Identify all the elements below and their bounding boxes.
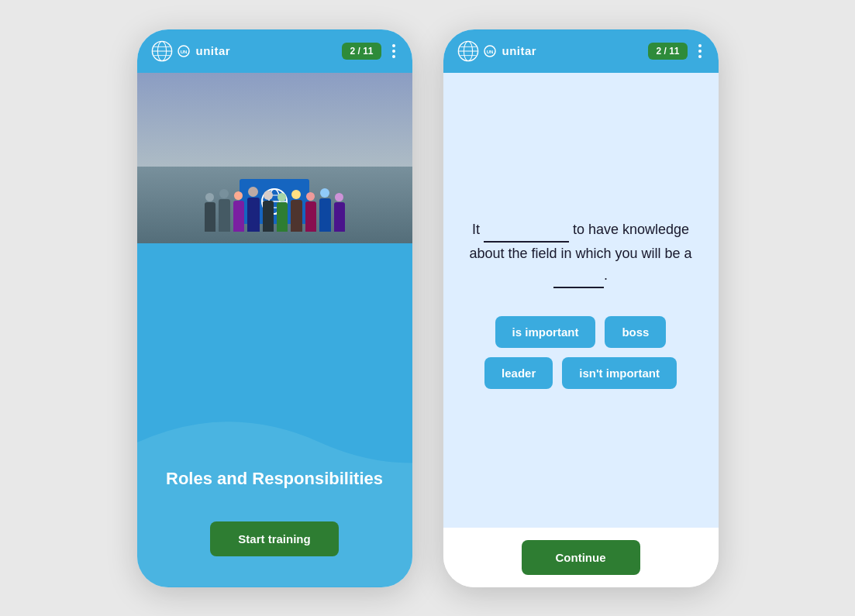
right-header: UN unitar 2 / 11 xyxy=(443,29,719,73)
option-isnt-important[interactable]: isn't important xyxy=(562,357,677,389)
left-logo-area: UN unitar xyxy=(151,40,231,62)
quiz-content-area: It to have knowledge about the field in … xyxy=(443,73,719,528)
right-un-logo-icon xyxy=(457,40,479,62)
option-leader[interactable]: leader xyxy=(484,357,553,389)
right-logo-area: UN unitar xyxy=(457,40,537,62)
continue-button[interactable]: Continue xyxy=(522,540,640,575)
right-unitar-badge-icon: UN xyxy=(484,45,496,57)
bottom-bar: Continue xyxy=(443,528,719,587)
option-is-important[interactable]: is important xyxy=(495,316,596,348)
unitar-badge-icon: UN xyxy=(178,45,190,57)
left-photo xyxy=(137,73,412,243)
left-header: UN unitar 2 / 11 xyxy=(137,29,412,73)
un-logo-icon xyxy=(151,40,173,62)
option-boss[interactable]: boss xyxy=(605,316,666,348)
left-header-right: 2 / 11 xyxy=(342,43,398,60)
left-logo-text: unitar xyxy=(196,44,231,57)
left-phone: UN unitar 2 / 11 xyxy=(137,29,412,587)
right-logo-text: unitar xyxy=(502,44,537,57)
right-progress-badge: 2 / 11 xyxy=(648,43,687,60)
question-part1: It xyxy=(472,222,480,237)
start-training-button[interactable]: Start training xyxy=(210,521,338,556)
options-row-1: is important boss xyxy=(495,316,667,348)
course-title-area: Roles and Responsibilities xyxy=(166,468,383,490)
right-menu-button[interactable] xyxy=(695,43,705,60)
svg-text:UN: UN xyxy=(180,50,187,54)
left-menu-button[interactable] xyxy=(389,43,398,60)
options-row-2: leader isn't important xyxy=(484,357,677,389)
svg-text:UN: UN xyxy=(486,50,493,54)
blank1 xyxy=(484,219,569,243)
course-title: Roles and Responsibilities xyxy=(166,468,383,490)
answer-options: is important boss leader isn't important xyxy=(462,316,700,389)
question-text: It to have knowledge about the field in … xyxy=(462,219,700,288)
left-progress-badge: 2 / 11 xyxy=(342,43,381,60)
right-header-right: 2 / 11 xyxy=(648,43,704,60)
blank2 xyxy=(553,264,604,288)
right-phone: UN unitar 2 / 11 It to have knowledge ab… xyxy=(443,29,719,587)
left-content-area: Roles and Responsibilities Start trainin… xyxy=(137,243,412,587)
